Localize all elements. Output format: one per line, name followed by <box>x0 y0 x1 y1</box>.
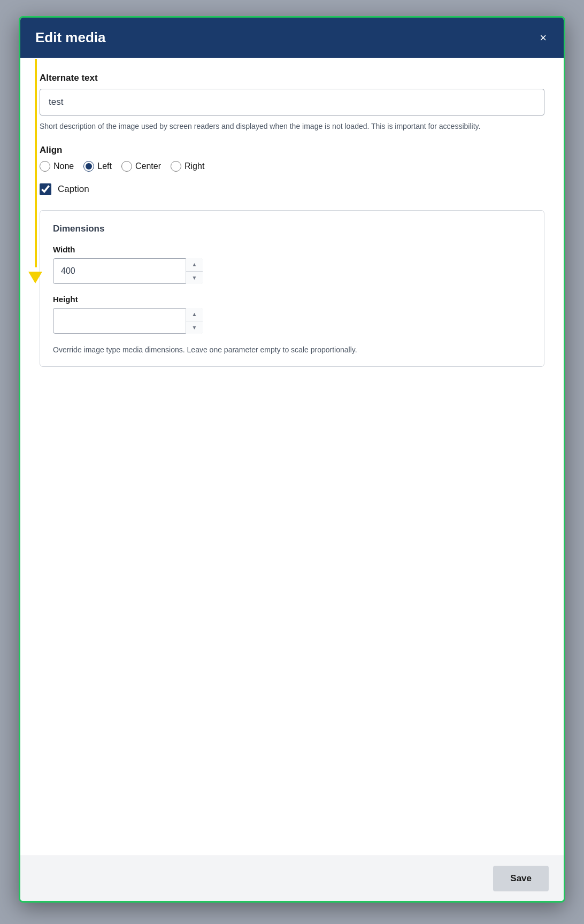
height-label: Height <box>53 295 531 304</box>
alt-text-input[interactable] <box>40 89 544 116</box>
align-center-radio[interactable] <box>121 161 132 172</box>
caption-section: Caption <box>40 183 544 195</box>
align-left-label: Left <box>97 161 112 171</box>
height-spinner: ▲ ▼ <box>186 308 203 334</box>
width-increment-button[interactable]: ▲ <box>186 258 203 272</box>
align-options: None Left Center Right <box>40 161 544 172</box>
modal-body: Alternate text Short description of the … <box>20 58 564 856</box>
align-none-label: None <box>53 161 74 171</box>
modal-header: Edit media × <box>20 18 564 58</box>
alt-text-label: Alternate text <box>40 73 544 83</box>
modal-close-button[interactable]: × <box>537 30 549 46</box>
align-right-radio[interactable] <box>171 161 181 172</box>
dimensions-help: Override image type media dimensions. Le… <box>53 344 531 356</box>
align-center-option[interactable]: Center <box>121 161 161 172</box>
modal-title: Edit media <box>35 29 105 46</box>
alt-text-help: Short description of the image used by s… <box>40 121 544 132</box>
edit-media-modal: Edit media × Alternate text Short descri… <box>19 16 565 903</box>
dimensions-title: Dimensions <box>53 224 531 234</box>
align-none-radio[interactable] <box>40 161 50 172</box>
width-label: Width <box>53 245 531 254</box>
modal-footer: Save <box>20 856 564 901</box>
save-button[interactable]: Save <box>493 866 549 891</box>
height-input[interactable] <box>53 308 203 334</box>
align-left-radio[interactable] <box>83 161 94 172</box>
alt-text-section: Alternate text Short description of the … <box>40 73 544 132</box>
height-input-wrapper: ▲ ▼ <box>53 308 203 334</box>
height-increment-button[interactable]: ▲ <box>186 308 203 321</box>
width-input-wrapper: ▲ ▼ <box>53 258 203 284</box>
align-center-label: Center <box>135 161 161 171</box>
width-field: Width ▲ ▼ <box>53 245 531 284</box>
align-right-option[interactable]: Right <box>171 161 204 172</box>
width-decrement-button[interactable]: ▼ <box>186 272 203 284</box>
height-decrement-button[interactable]: ▼ <box>186 321 203 334</box>
align-section: Align None Left Center Right <box>40 145 544 172</box>
width-spinner: ▲ ▼ <box>186 258 203 284</box>
caption-checkbox[interactable] <box>40 183 51 195</box>
dimensions-section: Dimensions Width ▲ ▼ Height ▲ ▼ <box>40 210 544 367</box>
align-label: Align <box>40 145 544 156</box>
height-field: Height ▲ ▼ <box>53 295 531 334</box>
width-input[interactable] <box>53 258 203 284</box>
align-left-option[interactable]: Left <box>83 161 112 172</box>
caption-label: Caption <box>58 184 89 195</box>
align-none-option[interactable]: None <box>40 161 74 172</box>
align-right-label: Right <box>185 161 204 171</box>
